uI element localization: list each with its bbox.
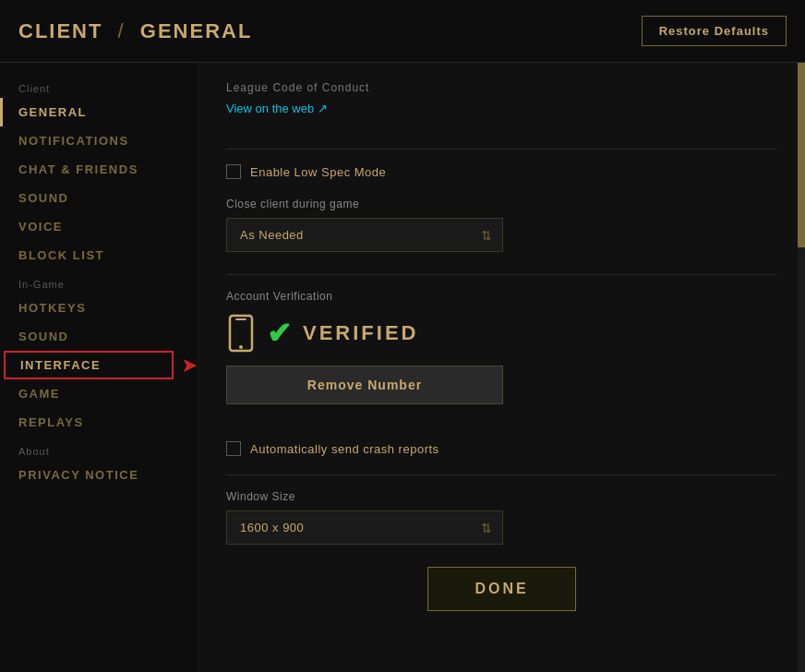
external-link-icon: ↗ (318, 102, 328, 115)
sidebar-item-game[interactable]: GAME (0, 379, 198, 408)
sidebar-item-replays[interactable]: REPLAYS (0, 408, 198, 437)
close-client-label: Close client during game (226, 198, 777, 210)
sidebar-item-notifications[interactable]: NOTIFICATIONS (0, 126, 198, 155)
header: CLIENT / GENERAL Restore Defaults (0, 0, 805, 63)
sidebar-category-client: Client (0, 74, 198, 98)
sidebar-item-general[interactable]: GENERAL (0, 98, 198, 126)
page-title: CLIENT / GENERAL (18, 19, 252, 43)
account-verification-section: Account Verification ✔ VERIFIED Remove N… (226, 290, 777, 426)
close-client-select[interactable]: As Needed Never Always (226, 218, 503, 252)
verified-row: ✔ VERIFIED (226, 314, 777, 353)
verified-checkmark-icon: ✔ (267, 318, 292, 348)
sidebar-category-ingame: In-Game (0, 270, 198, 294)
crash-reports-label: Automatically send crash reports (250, 442, 439, 456)
league-code-label: League Code of Conduct (226, 81, 777, 94)
done-button[interactable]: DONE (427, 567, 575, 611)
crash-reports-row: Automatically send crash reports (226, 441, 777, 456)
content-area: League Code of Conduct View on the web ↗… (198, 63, 805, 672)
svg-point-2 (239, 345, 243, 349)
view-on-web-text: View on the web (226, 102, 314, 115)
sidebar-category-about: About (0, 437, 198, 461)
window-size-select[interactable]: 1600 x 900 1280 x 720 1920 x 1080 (226, 510, 503, 545)
window-size-select-wrapper: 1600 x 900 1280 x 720 1920 x 1080 ⇅ (226, 510, 503, 545)
main-content: Client GENERAL NOTIFICATIONS CHAT & FRIE… (0, 63, 805, 672)
window-size-label: Window Size (226, 490, 777, 503)
sidebar-item-hotkeys[interactable]: HOTKEYS (0, 294, 198, 322)
divider-3 (226, 474, 777, 475)
sidebar-item-privacy-notice[interactable]: PRIVACY NOTICE (0, 461, 198, 489)
scrollbar-thumb[interactable] (798, 63, 805, 247)
scrollbar-track[interactable] (798, 63, 805, 672)
divider-1 (226, 149, 777, 150)
arrow-pointer-icon: ➤ (181, 354, 198, 378)
restore-defaults-button[interactable]: Restore Defaults (642, 16, 787, 46)
verified-text: VERIFIED (303, 321, 418, 345)
sidebar-item-interface[interactable]: INTERFACE (4, 351, 174, 379)
remove-number-button[interactable]: Remove Number (226, 366, 503, 404)
view-on-web-link[interactable]: View on the web ↗ (226, 102, 328, 115)
sidebar-item-block-list[interactable]: BLOCK LIST (0, 241, 198, 270)
sidebar-item-chat-friends[interactable]: CHAT & FRIENDS (0, 155, 198, 184)
title-slash: / (110, 19, 132, 42)
sidebar-item-sound[interactable]: SOUND (0, 184, 198, 212)
low-spec-row: Enable Low Spec Mode (226, 164, 777, 179)
phone-icon (226, 314, 256, 353)
close-client-select-wrapper: As Needed Never Always ⇅ (226, 218, 503, 252)
svg-rect-1 (235, 318, 246, 320)
crash-reports-checkbox[interactable] (226, 441, 241, 456)
low-spec-label: Enable Low Spec Mode (250, 165, 386, 179)
divider-2 (226, 274, 777, 275)
account-verification-label: Account Verification (226, 290, 777, 303)
sidebar-item-sound-ingame[interactable]: SOUND (0, 322, 198, 351)
title-suffix: GENERAL (140, 19, 253, 42)
title-prefix: CLIENT (18, 19, 102, 42)
window-size-section: Window Size 1600 x 900 1280 x 720 1920 x… (226, 490, 777, 545)
low-spec-checkbox[interactable] (226, 164, 241, 179)
sidebar: Client GENERAL NOTIFICATIONS CHAT & FRIE… (0, 63, 198, 672)
sidebar-item-voice[interactable]: VOICE (0, 212, 198, 241)
